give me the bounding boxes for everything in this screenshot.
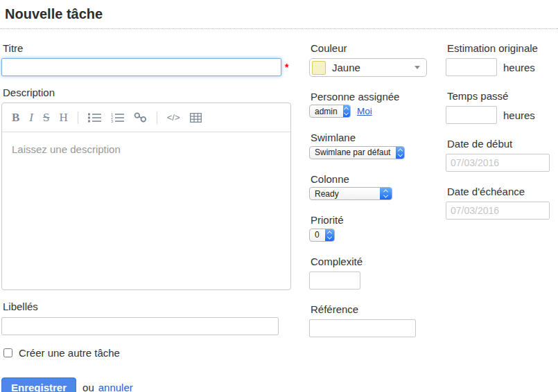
reference-input[interactable] [309,319,416,337]
color-swatch-yellow [312,61,326,75]
column-select[interactable]: Ready [309,187,392,200]
or-text: ou [82,382,94,392]
priority-selected-value: 0 [310,229,325,241]
priority-label: Priorité [311,214,438,226]
color-select[interactable]: Jaune [309,58,427,77]
swimlane-label: Swimlane [311,132,438,143]
chevron-down-icon [415,66,420,69]
link-icon[interactable] [134,112,147,123]
labels-input[interactable] [1,317,279,335]
create-another-checkbox[interactable] [3,348,12,357]
right-column: Estimation originale heures Temps passé … [446,39,558,220]
description-textarea[interactable] [2,132,290,289]
toolbar-separator [78,112,78,124]
time-spent-label: Temps passé [447,90,558,102]
swimlane-selected-value: Swimlane par défaut [310,147,396,159]
editor-toolbar: B I S H [2,103,290,132]
assignee-select[interactable]: admin [309,105,351,118]
ordered-list-icon[interactable]: 123 [111,112,124,123]
italic-icon[interactable]: I [29,111,33,125]
original-estimate-input[interactable] [446,58,497,76]
time-spent-unit: heures [503,109,535,121]
original-estimate-label: Estimation originale [447,42,558,54]
create-another-row: Créer une autre tâche [1,347,293,359]
required-asterisk: * [285,62,288,73]
reference-label: Référence [311,303,438,315]
page-title: Nouvelle tâche [0,0,558,22]
bold-icon[interactable]: B [12,111,19,125]
select-stepper-icon [396,147,404,159]
description-editor: B I S H [1,103,291,290]
priority-select[interactable]: 0 [309,229,335,242]
start-date-label: Date de début [447,138,558,150]
select-stepper-icon [343,105,350,117]
new-task-form: Nouvelle tâche Titre * Description B I S… [0,0,558,392]
complexity-label: Complexité [311,256,438,267]
strikethrough-icon[interactable]: S [43,111,49,125]
form-actions: Enregistrer ou annuler [1,377,293,392]
unordered-list-icon[interactable] [88,112,101,123]
labels-label: Libellés [3,301,293,312]
swimlane-select[interactable]: Swimlane par défaut [309,146,405,159]
assign-to-me-link[interactable]: Moi [357,106,372,116]
code-icon[interactable]: </> [167,112,180,123]
due-date-input[interactable] [446,202,550,220]
table-icon[interactable] [190,113,202,123]
select-stepper-icon [380,188,392,199]
time-spent-input[interactable] [446,106,497,124]
description-label: Description [3,87,293,98]
title-label: Titre [3,42,293,54]
header-divider [0,28,558,29]
title-input[interactable] [1,58,281,76]
assignee-selected-value: admin [310,105,343,117]
middle-column: Couleur Jaune Personne assignée admin Mo… [309,39,438,337]
create-another-label: Créer une autre tâche [19,347,120,359]
toolbar-separator [157,112,157,124]
original-estimate-unit: heures [503,62,535,73]
column-selected-value: Ready [310,188,345,199]
cancel-link[interactable]: annuler [98,382,133,392]
select-stepper-icon [325,229,334,241]
save-button[interactable]: Enregistrer [1,377,76,392]
heading-icon[interactable]: H [59,111,67,125]
left-column: Titre * Description B I S H [1,39,293,392]
color-selected-value: Jaune [332,62,360,73]
due-date-label: Date d'échéance [447,186,558,197]
complexity-input[interactable] [309,271,360,289]
color-label: Couleur [311,42,438,54]
column-label: Colonne [311,173,438,185]
assignee-label: Personne assignée [311,91,438,103]
svg-text:3: 3 [111,119,113,123]
start-date-input[interactable] [446,154,550,172]
editor-body [2,132,290,292]
